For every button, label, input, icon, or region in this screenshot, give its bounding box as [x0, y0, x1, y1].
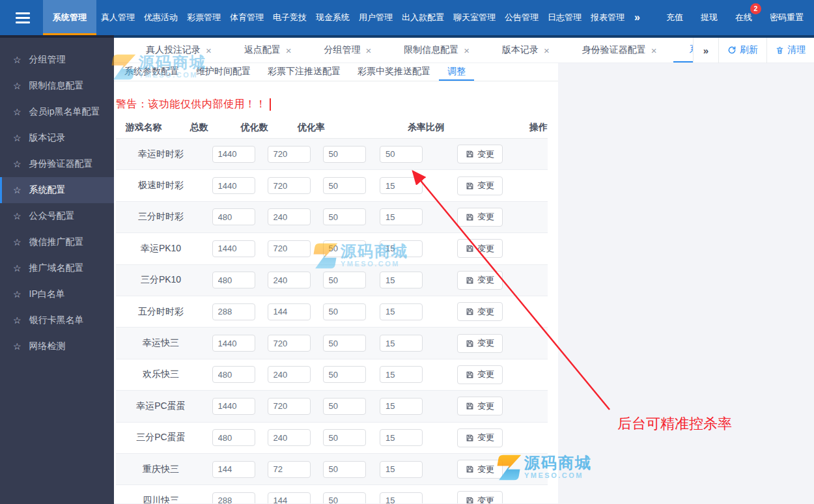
optimize-count-input[interactable] [268, 272, 311, 288]
change-button[interactable]: 变更 [457, 460, 503, 479]
change-button[interactable]: 变更 [457, 397, 503, 415]
kill-rate-input[interactable] [380, 461, 423, 478]
optimize-count-input[interactable] [268, 461, 311, 478]
total-input[interactable] [212, 208, 255, 225]
optimize-rate-input[interactable] [323, 208, 366, 225]
nav-menu-item[interactable]: 出入款配置 [397, 0, 449, 35]
optimize-rate-input[interactable] [323, 492, 366, 503]
tab[interactable]: 返点配置 × [228, 38, 308, 63]
subtab[interactable]: 维护时间配置 [188, 63, 259, 81]
kill-rate-input[interactable] [380, 492, 423, 503]
sidebar-item[interactable]: ☆ 网络检测 [0, 333, 114, 359]
kill-rate-input[interactable] [380, 208, 423, 225]
nav-quick-link[interactable]: 密码重置 [770, 12, 804, 23]
clear-button[interactable]: 清理 [767, 44, 814, 56]
tab[interactable]: 版本记录 × [486, 38, 566, 63]
tabs-overflow-chevron-icon[interactable]: » [694, 45, 718, 56]
nav-menu-item[interactable]: 优惠活动 [139, 0, 182, 35]
kill-rate-input[interactable] [380, 429, 423, 446]
subtab[interactable]: 彩票中奖推送配置 [349, 63, 439, 81]
optimize-rate-input[interactable] [323, 146, 366, 163]
optimize-count-input[interactable] [268, 398, 311, 415]
change-button[interactable]: 变更 [457, 239, 503, 258]
nav-menu-item[interactable]: 彩票管理 [182, 0, 225, 35]
nav-menu-item[interactable]: 公告管理 [500, 0, 543, 35]
nav-menu-item[interactable]: 现金系统 [311, 0, 354, 35]
kill-rate-input[interactable] [380, 366, 423, 383]
sidebar-item[interactable]: ☆ IP白名单 [0, 281, 114, 307]
change-button[interactable]: 变更 [457, 365, 503, 384]
sidebar-item[interactable]: ☆ 限制信息配置 [0, 73, 114, 99]
optimize-rate-input[interactable] [323, 272, 366, 288]
total-input[interactable] [212, 146, 255, 163]
total-input[interactable] [212, 303, 255, 320]
nav-menu-item[interactable]: 用户管理 [354, 0, 397, 35]
menu-toggle-icon[interactable] [16, 0, 30, 35]
tab[interactable]: 系统配置 × [673, 38, 693, 63]
nav-quick-link[interactable]: 提现 [701, 12, 718, 23]
total-input[interactable] [212, 461, 255, 478]
sidebar-item[interactable]: ☆ 推广域名配置 [0, 255, 114, 281]
optimize-rate-input[interactable] [323, 177, 366, 194]
sidebar-item[interactable]: ☆ 身份验证器配置 [0, 151, 114, 177]
subtab[interactable]: 彩票下注推送配置 [259, 63, 349, 81]
nav-menu-item[interactable]: 电子竞技 [268, 0, 311, 35]
optimize-rate-input[interactable] [323, 303, 366, 320]
kill-rate-input[interactable] [380, 240, 423, 257]
tab[interactable]: 限制信息配置 × [387, 38, 486, 63]
total-input[interactable] [212, 240, 255, 257]
optimize-count-input[interactable] [268, 240, 311, 257]
change-button[interactable]: 变更 [457, 176, 503, 195]
nav-menu-item[interactable]: 体育管理 [225, 0, 268, 35]
nav-menu-item[interactable]: 真人管理 [96, 0, 139, 35]
refresh-button[interactable]: 刷新 [719, 44, 766, 56]
tab-close-icon[interactable]: × [651, 45, 657, 56]
optimize-count-input[interactable] [268, 366, 311, 383]
change-button[interactable]: 变更 [457, 491, 503, 503]
tab-close-icon[interactable]: × [366, 45, 372, 56]
sidebar-item[interactable]: ☆ 公众号配置 [0, 203, 114, 229]
sidebar-item[interactable]: ☆ 版本记录 [0, 125, 114, 151]
kill-rate-input[interactable] [380, 177, 423, 194]
kill-rate-input[interactable] [380, 335, 423, 352]
sidebar-item[interactable]: ☆ 会员ip黑名单配置 [0, 99, 114, 125]
optimize-rate-input[interactable] [323, 461, 366, 478]
nav-quick-link[interactable]: 充值 [666, 12, 683, 23]
total-input[interactable] [212, 335, 255, 352]
kill-rate-input[interactable] [380, 398, 423, 415]
tab-close-icon[interactable]: × [206, 45, 212, 56]
tab-close-icon[interactable]: × [464, 45, 470, 56]
optimize-count-input[interactable] [268, 177, 311, 194]
optimize-rate-input[interactable] [323, 335, 366, 352]
nav-quick-link[interactable]: 在线 2 [735, 12, 752, 23]
optimize-rate-input[interactable] [323, 398, 366, 415]
optimize-count-input[interactable] [268, 429, 311, 446]
change-button[interactable]: 变更 [457, 271, 503, 290]
nav-menu-item[interactable]: 报表管理 [586, 0, 629, 35]
tab[interactable]: 分组管理 × [308, 38, 388, 63]
total-input[interactable] [212, 177, 255, 194]
optimize-count-input[interactable] [268, 335, 311, 352]
optimize-rate-input[interactable] [323, 429, 366, 446]
tab[interactable]: 真人投注记录 × [130, 38, 228, 63]
nav-menu-item[interactable]: 聊天室管理 [449, 0, 500, 35]
tab[interactable]: 身份验证器配置 × [566, 38, 673, 63]
kill-rate-input[interactable] [380, 303, 423, 320]
nav-overflow-chevron-icon[interactable]: » [630, 0, 644, 35]
optimize-count-input[interactable] [268, 146, 311, 163]
subtab[interactable]: 系统参数配置 [116, 63, 188, 81]
optimize-rate-input[interactable] [323, 366, 366, 383]
tab-close-icon[interactable]: × [286, 45, 292, 56]
change-button[interactable]: 变更 [457, 208, 503, 227]
sidebar-item[interactable]: ☆ 银行卡黑名单 [0, 307, 114, 333]
nav-menu-item[interactable]: 系统管理 [43, 0, 96, 35]
total-input[interactable] [212, 492, 255, 503]
optimize-count-input[interactable] [268, 492, 311, 503]
tab-close-icon[interactable]: × [544, 45, 550, 56]
sidebar-item[interactable]: ☆ 分组管理 [0, 47, 114, 73]
nav-menu-item[interactable]: 日志管理 [543, 0, 586, 35]
total-input[interactable] [212, 429, 255, 446]
change-button[interactable]: 变更 [457, 302, 503, 321]
change-button[interactable]: 变更 [457, 145, 503, 163]
kill-rate-input[interactable] [380, 272, 423, 288]
